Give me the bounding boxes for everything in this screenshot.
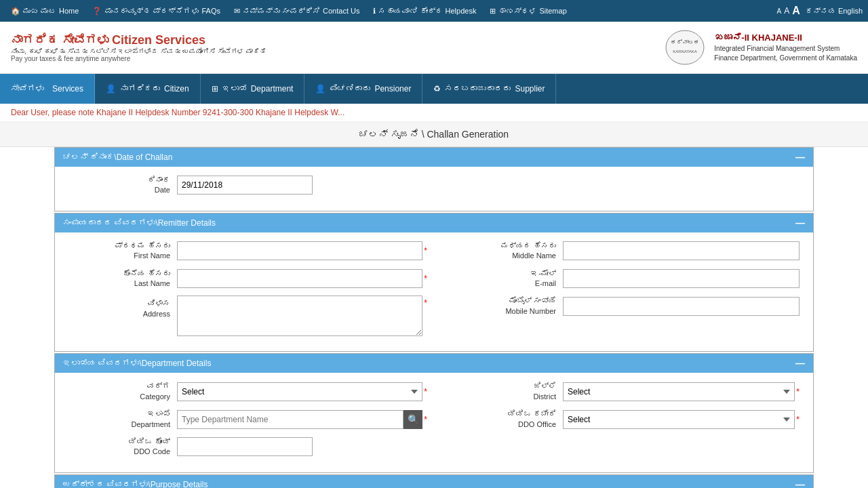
first-name-input[interactable] <box>177 241 422 260</box>
khajane-logo: ಕರ್ನಾಟಕ KARNATAKA ಖಜಾನೆ-II KHAJANE-II In… <box>661 27 857 68</box>
nav-contact-label-en: Contact Us <box>323 7 359 15</box>
nav-helpdesk-label: ಸಹಾಯವಾಣಿ ಕೇಂದ್ರ <box>378 7 442 15</box>
purpose-header: ಉದ್ದೇಶದ ವಿವರಗಳು\Purpose Details — <box>55 475 813 488</box>
email-label-kannada: ಇ-ಮೇಲ್ <box>441 268 556 279</box>
department-header: ಇಲಾಖೆಯ ವಿವರಗಳು\Department Details — <box>55 354 813 373</box>
department-body: ವರ್ಗ Category Select * ಜಿಲ್ಲೆ District S… <box>55 373 813 472</box>
font-size-large[interactable]: A <box>792 5 800 17</box>
address-required: * <box>424 296 427 308</box>
site-title: ನಾಗರಿಕ ಸೇವೆಗಳು Citizen Services <box>11 33 266 47</box>
nav-contact[interactable]: ✉ ನಮ್ಮನ್ನು ಸಂಪರ್ಕಿಸಿ Contact Us <box>229 4 365 18</box>
district-group: ಜಿಲ್ಲೆ District Select * <box>441 381 800 402</box>
remitter-collapse-btn[interactable]: — <box>795 218 805 228</box>
department-icon: ⊞ <box>212 84 218 94</box>
challan-date-title: ಚಲನ್ ದಿನಾಂಕ\Date of Challan <box>63 152 172 162</box>
ddo-office-required: * <box>796 415 800 424</box>
font-size-medium[interactable]: A <box>784 6 789 16</box>
middle-name-label-kannada: ಮಧ್ಯದ ಹೆಸರು <box>441 241 556 251</box>
svg-text:KARNATAKA: KARNATAKA <box>673 49 697 54</box>
nav-faqs-label: ಪುನರಾವೃತ್ತ ಪ್ರಶ್ನೆಗಳು <box>104 7 199 15</box>
pensioner-icon: 👤 <box>315 84 326 94</box>
remitter-section: ಸಂಪಾಯದಾರರ ವಿವರಗಳು\Remitter Details — ಪ್ರ… <box>54 213 814 352</box>
khajane-subtitle: Integrated Financial Management System <box>714 44 857 54</box>
dept-row-2: ಇಲಾಖೆ Department 🔍 * ಡಿಡಿಒ ಕಚೇರಿ DDO O <box>68 409 800 430</box>
first-name-label-kannada: ಪ್ರಥಮ ಹೆಸರು <box>68 241 170 251</box>
ddo-office-select[interactable]: Select <box>563 410 795 429</box>
ticker-bar: Dear User, please note Khajane II Helpde… <box>0 104 868 122</box>
first-name-label-english: First Name <box>68 251 170 261</box>
email-group: ಇ-ಮೇಲ್ E-mail <box>441 268 800 289</box>
faq-icon: ❓ <box>92 7 102 16</box>
nav-citizen[interactable]: 👤 ನಾಗರಿಕರು Citizen <box>95 74 201 104</box>
page-title: ಚಲನ್ ಸೃಜನೆ \ Challan Generation <box>0 122 868 147</box>
supplier-icon: ♻ <box>433 84 441 94</box>
ddo-code-input[interactable] <box>177 437 313 456</box>
main-content: ಚಲನ್ ದಿನಾಂಕ\Date of Challan — ದಿನಾಂಕ Dat… <box>0 147 868 488</box>
category-select[interactable]: Select <box>177 382 422 401</box>
last-name-group: ಕೊನೆಯ ಹೆಸರು Last Name * <box>68 268 427 289</box>
district-label: ಜಿಲ್ಲೆ District <box>441 381 563 402</box>
address-input[interactable] <box>177 296 422 336</box>
email-label: ಇ-ಮೇಲ್ E-mail <box>441 268 563 289</box>
font-lang-controls: A A A ಕನ್ನಡ English <box>777 5 863 17</box>
last-name-label-kannada: ಕೊನೆಯ ಹೆಸರು <box>68 268 170 279</box>
department-name-label-kannada: ಇಲಾಖೆ <box>68 409 170 419</box>
font-size-small[interactable]: A <box>777 7 782 15</box>
remitter-row-1: ಪ್ರಥಮ ಹೆಸರು First Name * ಮಧ್ಯದ ಹೆಸರು Mid… <box>68 241 800 262</box>
supplier-label-english: Supplier <box>515 84 545 94</box>
khajane-title: ಖಜಾನೆ-II KHAJANE-II <box>714 32 857 44</box>
email-input[interactable] <box>563 269 800 288</box>
nav-faqs[interactable]: ❓ ಪುನರಾವೃತ್ತ ಪ್ರಶ್ನೆಗಳು FAQs <box>87 4 226 18</box>
nav-department[interactable]: ⊞ ಇಲಾಖೆ Department <box>201 74 305 104</box>
nav-services[interactable]: ಸೇವೆಗಳು Services <box>0 74 95 104</box>
ddo-office-group: ಡಿಡಿಒ ಕಚೇರಿ DDO Office Select * <box>441 409 800 430</box>
remitter-header: ಸಂಪಾಯದಾರರ ವಿವರಗಳು\Remitter Details — <box>55 214 813 232</box>
nav-contact-label: ನಮ್ಮನ್ನು ಸಂಪರ್ಕಿಸಿ <box>243 7 320 15</box>
department-name-label-english: Department <box>68 420 170 430</box>
nav-pensioner[interactable]: 👤 ಪಿಂಚಣಿದಾರು Pensioner <box>304 74 422 104</box>
challan-date-header: ಚಲನ್ ದಿನಾಂಕ\Date of Challan — <box>55 148 813 167</box>
remitter-row-2: ಕೊನೆಯ ಹೆಸರು Last Name * ಇ-ಮೇಲ್ E-mail <box>68 268 800 289</box>
district-required: * <box>796 387 800 396</box>
last-name-input[interactable] <box>177 269 422 288</box>
language-toggle[interactable]: ಕನ್ನಡ English <box>806 7 863 15</box>
category-required: * <box>424 387 427 396</box>
date-label: ದಿನಾಂಕ Date <box>68 175 177 196</box>
department-search-input[interactable] <box>177 410 403 429</box>
svg-point-0 <box>666 30 704 64</box>
middle-name-input[interactable] <box>563 241 800 260</box>
category-label-english: Category <box>68 392 170 402</box>
district-select[interactable]: Select <box>563 382 795 401</box>
nav-sitemap[interactable]: ⊞ ತಾಣಸ್ಥಳ Sitemap <box>484 4 572 18</box>
citizen-label-kannada: ನಾಗರಿಕರು <box>120 84 160 94</box>
district-label-kannada: ಜಿಲ್ಲೆ <box>441 381 556 391</box>
challan-date-collapse-btn[interactable]: — <box>795 152 805 163</box>
department-required: * <box>424 415 427 424</box>
pensioner-label-english: Pensioner <box>374 84 411 94</box>
dept-row-3: ಡಿಡಿಒ ಕೋಡ್ DDO Code <box>68 436 800 458</box>
remitter-title: ಸಂಪಾಯದಾರರ ವಿವರಗಳು\Remitter Details <box>63 218 216 228</box>
search-icon: 🔍 <box>408 414 419 425</box>
purpose-collapse-btn[interactable]: — <box>795 479 805 488</box>
nav-supplier[interactable]: ♻ ಸರಬರಾಜುದಾರರು Supplier <box>422 74 556 104</box>
ddo-code-group: ಡಿಡಿಒ ಕೋಡ್ DDO Code <box>68 436 427 458</box>
department-collapse-btn[interactable]: — <box>795 358 805 369</box>
ddo-code-label-kannada: ಡಿಡಿಒ ಕೋಡ್ <box>68 436 170 447</box>
middle-name-label-english: Middle Name <box>441 251 556 261</box>
mobile-input[interactable] <box>563 297 800 316</box>
site-tagline: Pay your taxes & fee anytime anywhere <box>11 55 266 62</box>
pensioner-label-kannada: ಪಿಂಚಣಿದಾರು <box>330 84 370 94</box>
date-label-kannada: ದಿನಾಂಕ <box>68 175 170 185</box>
svg-text:ಕರ್ನಾಟಕ: ಕರ್ನಾಟಕ <box>671 39 700 45</box>
nav-sitemap-label-en: Sitemap <box>539 7 566 15</box>
date-input[interactable] <box>177 176 313 195</box>
department-name-label: ಇಲಾಖೆ Department <box>68 409 177 430</box>
nav-helpdesk-label-en: Helpdesk <box>446 7 477 15</box>
department-search-button[interactable]: 🔍 <box>403 410 422 429</box>
page-title-kannada: ಚಲನ್ ಸೃಜನೆ <box>359 129 419 140</box>
nav-home[interactable]: 🏠 ಮುಖ ಪುಟ Home <box>5 4 84 18</box>
nav-helpdesk[interactable]: ℹ ಸಹಾಯವಾಣಿ ಕೇಂದ್ರ Helpdesk <box>368 4 481 18</box>
top-navigation: 🏠 ಮುಖ ಪುಟ Home ❓ ಪುನರಾವೃತ್ತ ಪ್ರಶ್ನೆಗಳು F… <box>0 0 868 22</box>
department-label-kannada: ಇಲಾಖೆ <box>222 84 247 94</box>
contact-icon: ✉ <box>234 7 240 16</box>
